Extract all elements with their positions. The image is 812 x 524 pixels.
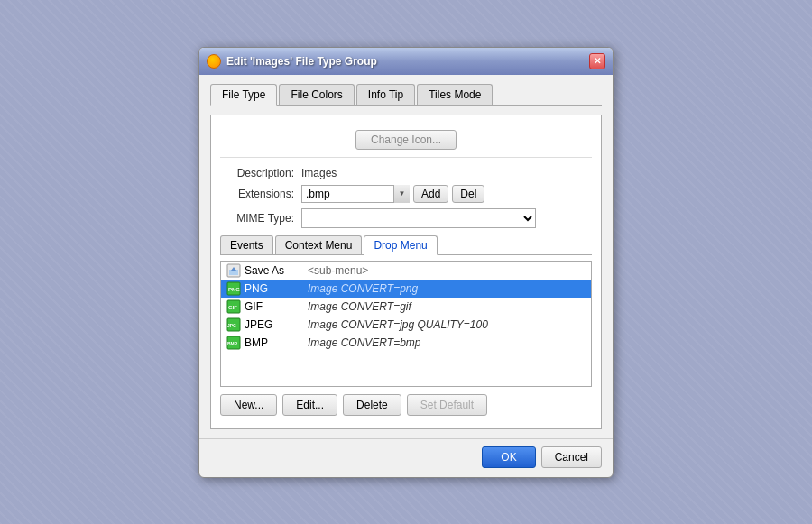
tab-tiles-mode[interactable]: Tiles Mode: [417, 84, 493, 105]
list-item[interactable]: JPG JPEG Image CONVERT=jpg QUALITY=100: [221, 316, 591, 334]
gif-icon: GIF: [226, 299, 241, 314]
svg-text:BMP: BMP: [227, 341, 238, 346]
add-extension-button[interactable]: Add: [413, 185, 448, 203]
description-row: Description: Images: [220, 167, 592, 179]
tab-events[interactable]: Events: [220, 235, 273, 254]
ok-button[interactable]: OK: [482, 446, 535, 468]
tab-context-menu[interactable]: Context Menu: [275, 235, 363, 254]
list-row-cmd: Image CONVERT=jpg QUALITY=100: [308, 318, 488, 331]
list-row-cmd: Image CONVERT=bmp: [308, 336, 421, 349]
svg-text:PNG: PNG: [228, 287, 240, 292]
outer-tabs: File Type File Colors Info Tip Tiles Mod…: [210, 84, 602, 106]
svg-text:GIF: GIF: [228, 305, 237, 310]
extensions-dropdown-arrow[interactable]: ▼: [393, 185, 410, 203]
extensions-select-wrapper: .bmp ▼: [301, 185, 410, 203]
cancel-button[interactable]: Cancel: [541, 446, 602, 468]
mime-select-wrapper: [301, 208, 536, 228]
extensions-label: Extensions:: [220, 188, 301, 200]
content-area: Change Icon... Description: Images Exten…: [210, 115, 602, 429]
edit-dialog: Edit 'Images' File Type Group ✕ File Typ…: [198, 47, 614, 478]
mime-select[interactable]: [301, 208, 536, 228]
list-item[interactable]: BMP BMP Image CONVERT=bmp: [221, 334, 591, 352]
list-row-name: JPEG: [245, 318, 308, 331]
tab-file-colors[interactable]: File Colors: [279, 84, 354, 105]
change-icon-row: Change Icon...: [220, 124, 592, 158]
tab-drop-menu[interactable]: Drop Menu: [364, 235, 437, 255]
title-bar: Edit 'Images' File Type Group ✕: [199, 48, 613, 75]
list-row-name: Save As: [245, 264, 308, 277]
svg-text:JPG: JPG: [227, 323, 236, 328]
description-value: Images: [301, 167, 337, 179]
ok-cancel-row: OK Cancel: [199, 438, 613, 477]
extensions-row: Extensions: .bmp ▼ Add Del: [220, 185, 592, 203]
dialog-title: Edit 'Images' File Type Group: [226, 55, 377, 68]
set-default-button[interactable]: Set Default: [407, 394, 487, 416]
mime-label: MIME Type:: [220, 212, 301, 225]
title-bar-left: Edit 'Images' File Type Group: [207, 54, 377, 69]
tab-info-tip[interactable]: Info Tip: [356, 84, 415, 105]
list-row-name: BMP: [245, 336, 308, 349]
bmp-icon: BMP: [226, 336, 241, 350]
save-as-icon: [226, 263, 241, 278]
list-row-cmd: Image CONVERT=png: [308, 282, 418, 295]
dialog-icon: [207, 54, 221, 69]
list-item[interactable]: PNG PNG Image CONVERT=png: [221, 280, 591, 298]
dialog-body: File Type File Colors Info Tip Tiles Mod…: [199, 75, 613, 438]
drop-menu-list: Save As <sub-menu> PNG PNG Image CONVERT…: [220, 261, 592, 387]
delete-button[interactable]: Delete: [343, 394, 401, 416]
list-row-name: GIF: [245, 300, 308, 313]
list-item[interactable]: GIF GIF Image CONVERT=gif: [221, 298, 591, 316]
list-row-name: PNG: [245, 282, 308, 295]
list-row-cmd: <sub-menu>: [308, 264, 368, 277]
list-item[interactable]: Save As <sub-menu>: [221, 262, 591, 280]
close-button[interactable]: ✕: [589, 53, 605, 69]
del-extension-button[interactable]: Del: [452, 185, 484, 203]
mime-row: MIME Type:: [220, 208, 592, 228]
new-button[interactable]: New...: [220, 394, 277, 416]
jpeg-icon: JPG: [226, 317, 241, 332]
inner-tabs: Events Context Menu Drop Menu: [220, 235, 592, 255]
tab-file-type[interactable]: File Type: [210, 84, 277, 106]
action-buttons: New... Edit... Delete Set Default: [220, 387, 592, 419]
png-icon: PNG: [226, 281, 241, 296]
description-label: Description:: [220, 167, 301, 179]
edit-button[interactable]: Edit...: [282, 394, 337, 416]
list-row-cmd: Image CONVERT=gif: [308, 300, 411, 313]
change-icon-button[interactable]: Change Icon...: [355, 130, 457, 150]
